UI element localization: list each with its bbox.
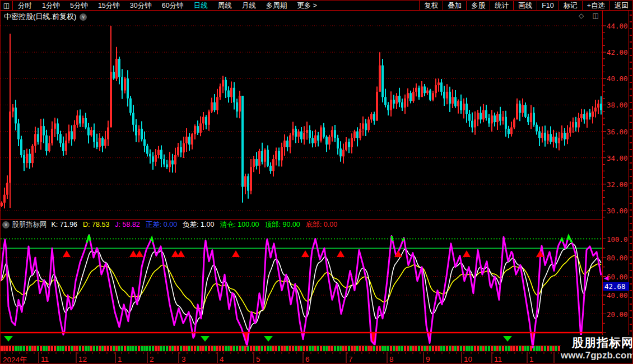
month-label-2: 2 xyxy=(150,355,154,363)
price-axis-label: 30.00 xyxy=(607,206,631,214)
strip-top-line xyxy=(1,345,602,346)
trading-app-window: ◫ 分时1分钟5分钟15分钟30分钟60分钟日线周线月线多周期更多 > 复权叠加… xyxy=(0,0,633,364)
current-value-box: 42.68 xyxy=(603,282,629,291)
month-label-1: 1 xyxy=(118,355,122,363)
month-label-3: 3 xyxy=(181,355,186,363)
month-label-9: 9 xyxy=(426,355,430,363)
month-label-11: 11 xyxy=(41,355,49,363)
month-label-5: 5 xyxy=(256,355,260,363)
watermark-url: www.7gpzb.com xyxy=(561,349,633,362)
price-axis-label: 42.00 xyxy=(607,48,631,57)
price-axis-label: 36.00 xyxy=(607,127,631,136)
indicator-axis-label: 20.00 xyxy=(607,310,631,318)
month-label-7: 7 xyxy=(348,355,353,363)
month-label-11: 11 xyxy=(494,355,502,363)
indicator-axis-label: 80.00 xyxy=(607,254,631,262)
indicator-axis-label: 100.0 xyxy=(607,235,631,243)
chart-canvas[interactable] xyxy=(1,1,633,364)
panel-separator-line xyxy=(1,219,602,220)
month-label-4: 4 xyxy=(220,355,224,363)
price-axis-label: 34.00 xyxy=(607,153,631,162)
axis-separator-line xyxy=(602,11,603,363)
indicator-axis-label: 40.00 xyxy=(607,291,631,300)
month-label-10: 10 xyxy=(464,355,472,363)
price-axis-label: 40.00 xyxy=(607,74,631,83)
month-label-12: 12 xyxy=(78,355,87,363)
price-axis-label: 38.00 xyxy=(607,101,631,109)
month-label-8: 8 xyxy=(389,355,394,363)
month-label-2024年: 2024年 xyxy=(3,355,27,364)
month-label-1: 1 xyxy=(529,355,534,363)
indicator-axis-label: 60.00 xyxy=(607,272,631,281)
watermark: 股朋指标网 www.7gpzb.com xyxy=(561,335,633,364)
price-axis-label: 44.00 xyxy=(607,22,631,30)
price-axis-label: 32.00 xyxy=(607,180,631,188)
month-label-6: 6 xyxy=(305,355,310,363)
j-value-arrow-icon: ◀ xyxy=(604,274,608,282)
watermark-site-name: 股朋指标网 xyxy=(561,336,633,349)
timeline-base-line xyxy=(1,352,602,352)
